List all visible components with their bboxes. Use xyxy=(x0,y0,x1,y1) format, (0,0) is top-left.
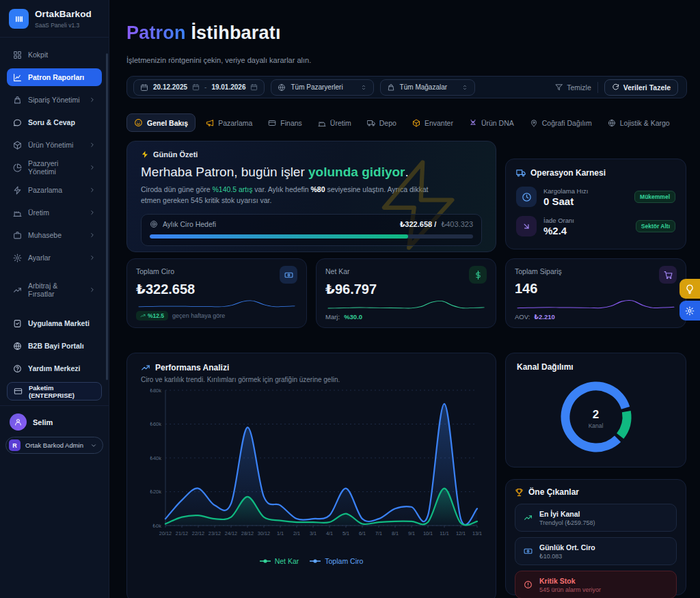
svg-text:9/1: 9/1 xyxy=(408,530,415,536)
sidebar-item-yardim-merkezi[interactable]: Yardım Merkezi xyxy=(7,359,102,377)
date-range-picker[interactable]: 20.12.2025 - 19.01.2026 xyxy=(133,79,265,96)
highlight-best-channel[interactable]: En İyi Kanal Trendyol (₺259.758) xyxy=(515,504,677,532)
tab-label: Lojistik & Kargo xyxy=(620,119,670,127)
tab-lojistik-kargo[interactable]: Lojistik & Kargo xyxy=(602,115,675,131)
chevron-right-icon xyxy=(89,232,96,239)
filter-bar: 20.12.2025 - 19.01.2026 Tüm Pazaryerleri… xyxy=(126,76,687,98)
package-icon xyxy=(14,387,23,396)
tab-cografi-dagilim[interactable]: Coğrafi Dağılım xyxy=(524,115,597,131)
page-title-rest: İstihbaratı xyxy=(191,23,280,43)
sidebar-item-arbitraj-firsatlar[interactable]: Arbitraj & Fırsatlar xyxy=(7,281,102,299)
brand-subtitle: SaaS Paneli v1.3 xyxy=(35,22,92,29)
performance-area-chart[interactable]: ₺0k₺20k₺40k₺60k₺80k20/1221/1222/1223/122… xyxy=(141,383,483,549)
sidebar-item-label: Arbitraj & Fırsatlar xyxy=(28,282,83,298)
ops-row-returns: İade Oranı %2.4 Sektör Altı xyxy=(516,216,675,236)
clock-icon-tile xyxy=(516,187,537,207)
sidebar-item-label: Muhasebe xyxy=(28,231,83,239)
kpi-label: Toplam Sipariş xyxy=(515,266,562,275)
date-from-value[interactable]: 20.12.2025 xyxy=(153,83,187,91)
performance-card: Performans Analizi Ciro ve karlılık tren… xyxy=(126,353,496,598)
sidebar-item-soru-cevap[interactable]: Soru & Cevap xyxy=(7,113,102,131)
sidebar-item-kokpit[interactable]: Kokpit xyxy=(7,46,102,64)
gear-icon xyxy=(13,254,22,262)
highlight-critical-stock[interactable]: Kritik Stok 545 ürün alarm veriyor xyxy=(515,571,677,598)
marketplace-select[interactable]: Tüm Pazaryerleri xyxy=(271,79,373,96)
sidebar-item-ayarlar[interactable]: Ayarlar xyxy=(7,249,102,267)
date-picker-icon[interactable] xyxy=(192,83,200,91)
tab-envanter[interactable]: Envanter xyxy=(407,115,459,131)
channel-distribution-card: Kanal Dağılımı 2 Kanal xyxy=(505,353,686,467)
growth-badge: %12.5 xyxy=(136,311,168,321)
kpi-value: ₺96.797 xyxy=(325,281,487,297)
sidebar-item-paketim[interactable]: Paketim (ENTERPRISE) xyxy=(7,382,102,400)
clear-filters-button[interactable]: Temizle xyxy=(555,83,591,92)
kpi-note: geçen haftaya göre xyxy=(172,312,225,319)
sidebar-item-patron-raporlari[interactable]: Patron Raporları xyxy=(7,68,102,86)
settings-fab-button[interactable] xyxy=(679,301,700,321)
performance-title: Performans Analizi xyxy=(155,363,229,372)
sidebar-item-pazarlama[interactable]: Pazarlama xyxy=(7,181,102,199)
brand-name: OrtakBarkod xyxy=(35,9,92,19)
channel-donut[interactable]: 2 Kanal xyxy=(555,376,637,461)
workspace-select[interactable]: R Ortak Barkod Admin xyxy=(5,437,103,454)
sidebar-item-siparis-yonetimi[interactable]: Sipariş Yönetimi xyxy=(7,91,102,109)
user-section: Selim R Ortak Barkod Admin xyxy=(0,405,109,454)
refresh-data-button[interactable]: Verileri Tazele xyxy=(604,79,678,96)
sidebar-item-urun-yonetimi[interactable]: Ürün Yönetimi xyxy=(7,136,102,154)
sidebar-item-label: Ayarlar xyxy=(28,254,83,262)
tab-urun-dna[interactable]: Ürün DNA xyxy=(463,115,520,131)
ops-value: 0 Saat xyxy=(543,195,628,207)
chevron-right-icon xyxy=(89,254,96,261)
svg-text:₺40k: ₺40k xyxy=(150,455,161,461)
svg-text:22/12: 22/12 xyxy=(192,530,204,536)
svg-text:4/1: 4/1 xyxy=(326,530,333,536)
sidebar-item-uretim[interactable]: Üretim xyxy=(7,204,102,221)
globe-icon xyxy=(13,342,22,351)
ops-row-shipping: Kargolama Hızı 0 Saat Mükemmel xyxy=(516,187,675,207)
svg-text:7/1: 7/1 xyxy=(375,530,382,536)
alert-icon xyxy=(524,580,533,589)
svg-text:10/1: 10/1 xyxy=(423,530,433,536)
tab-genel-bakis[interactable]: Genel Bakış xyxy=(126,113,196,132)
brand-logo xyxy=(9,9,29,29)
kpi-note-label: AOV: xyxy=(515,313,530,321)
target-icon xyxy=(150,220,158,228)
app-market-icon xyxy=(13,319,22,328)
tab-finans[interactable]: Finans xyxy=(262,115,308,131)
svg-text:21/12: 21/12 xyxy=(176,530,188,536)
growth-highlight: %140.5 artış xyxy=(213,185,253,193)
banknote-icon xyxy=(524,547,533,556)
sidebar-scrollbar[interactable] xyxy=(106,53,108,380)
sidebar-item-label: Uygulama Marketi xyxy=(28,319,96,327)
pie-chart-icon xyxy=(13,163,22,172)
store-value: Tüm Mağazalar xyxy=(400,83,447,91)
sidebar-item-b2b-bayi-portali[interactable]: B2B Bayi Portalı xyxy=(7,337,102,355)
ops-label: İade Oranı xyxy=(543,217,629,224)
svg-text:20/12: 20/12 xyxy=(159,530,172,536)
report-tabs: Genel Bakış Pazarlama Finans Üretim Depo… xyxy=(126,113,687,132)
kpi-label: Net Kar xyxy=(325,266,350,275)
sidebar-item-uygulama-marketi[interactable]: Uygulama Marketi xyxy=(7,314,102,332)
summary-kicker-label: Günün Özeti xyxy=(153,150,198,159)
avatar[interactable] xyxy=(10,413,27,431)
performance-subtitle: Ciro ve karlılık trendi. Kırılımları gör… xyxy=(141,376,482,383)
sidebar-item-pazaryeri-yonetimi[interactable]: Pazaryeri Yönetimi xyxy=(7,159,102,176)
tab-depo[interactable]: Depo xyxy=(362,115,402,131)
tab-label: Üretim xyxy=(330,119,351,127)
date-picker-icon[interactable] xyxy=(250,83,258,91)
highlight-daily-avg-revenue[interactable]: Günlük Ort. Ciro ₺10.083 xyxy=(515,537,677,565)
factory-icon xyxy=(318,119,326,127)
tab-pazarlama[interactable]: Pazarlama xyxy=(200,115,258,131)
svg-text:₺80k: ₺80k xyxy=(150,388,161,394)
tab-uretim[interactable]: Üretim xyxy=(312,115,357,131)
legend-marker-icon xyxy=(260,558,271,564)
svg-text:₺60k: ₺60k xyxy=(150,421,161,427)
sidebar-item-muhasebe[interactable]: Muhasebe xyxy=(7,226,102,244)
legend-net-kar[interactable]: Net Kar xyxy=(260,557,299,565)
date-to-value[interactable]: 19.01.2026 xyxy=(211,83,245,91)
map-pin-icon xyxy=(530,119,538,127)
legend-toplam-ciro[interactable]: Toplam Ciro xyxy=(310,557,363,565)
sidebar-item-label: Soru & Cevap xyxy=(28,118,96,126)
store-select[interactable]: Tüm Mağazalar xyxy=(380,79,475,96)
ideas-fab-button[interactable] xyxy=(679,279,700,299)
